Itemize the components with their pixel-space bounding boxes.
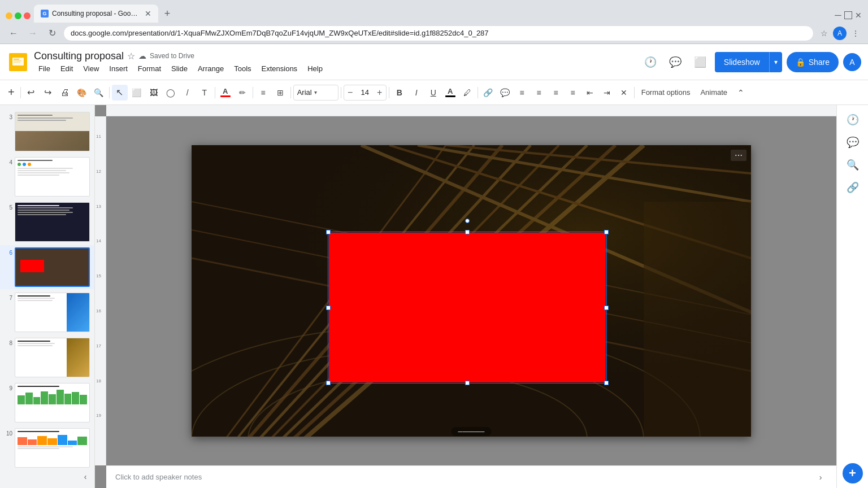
comments-panel-btn[interactable]: 💬 (843, 132, 863, 152)
print-btn[interactable]: 🖨 (57, 85, 73, 101)
paint-format-btn[interactable]: 🎨 (74, 85, 90, 101)
indent-less-btn[interactable]: ⇤ (582, 85, 598, 101)
presentation-mode-btn[interactable]: ⬜ (690, 52, 710, 72)
num-list-btn[interactable]: ≡ (531, 85, 547, 101)
slide-preview-5[interactable] (15, 202, 90, 242)
menu-item-help[interactable]: Help (303, 63, 327, 74)
app-title[interactable]: Consulting proposal (34, 50, 124, 62)
history-panel-btn[interactable]: 🕐 (843, 110, 863, 130)
red-rectangle[interactable] (329, 233, 606, 382)
address-bar[interactable]: docs.google.com/presentation/d/1-XquaFMw… (63, 25, 814, 41)
share-button[interactable]: 🔒 Share (787, 52, 839, 72)
slide-preview-6-active[interactable] (15, 247, 90, 287)
menu-item-tools[interactable]: Tools (229, 63, 255, 74)
highlight-btn[interactable]: 🖊 (459, 85, 475, 101)
shape-btn[interactable]: ◯ (163, 85, 179, 101)
undo-btn[interactable]: ↩ (23, 85, 39, 101)
history-btn[interactable]: 🕐 (640, 52, 661, 72)
slideshow-button[interactable]: Slideshow (715, 52, 769, 72)
table-btn[interactable]: ⊞ (272, 85, 288, 101)
link-btn[interactable]: 🔗 (480, 85, 496, 101)
slide-preview-7[interactable] (15, 293, 90, 332)
profile-icon[interactable]: A (833, 27, 847, 40)
slide-thumb-7[interactable]: 7 (0, 290, 94, 334)
slide-thumb-4[interactable]: 4 (0, 155, 94, 199)
forward-btn[interactable]: → (25, 25, 41, 41)
menu-item-insert[interactable]: Insert (105, 63, 132, 74)
align-btn[interactable]: ≡ (255, 85, 271, 101)
cursor-tool-btn[interactable]: ↖ (112, 85, 128, 101)
underline-btn[interactable]: U (426, 85, 441, 101)
image-btn[interactable]: 🖼 (146, 85, 162, 101)
alpha-list-btn[interactable]: ≡ (565, 85, 581, 101)
win-close-icon[interactable]: ✕ (854, 11, 862, 19)
menu-icon[interactable]: ⋮ (849, 27, 862, 40)
pen-btn[interactable]: ✏ (235, 85, 250, 101)
slide-options-btn[interactable]: ⋯ (731, 150, 747, 161)
redo-btn[interactable]: ↪ (40, 85, 56, 101)
panel-collapse-btn[interactable]: ‹ (79, 470, 92, 483)
menu-item-view[interactable]: View (79, 63, 103, 74)
star-icon[interactable]: ☆ (127, 51, 135, 62)
link-panel-btn[interactable]: 🔗 (843, 177, 863, 198)
refresh-btn[interactable]: ↻ (44, 25, 60, 41)
slide-thumb-10[interactable]: 10 (0, 426, 94, 470)
win-minimize-icon[interactable]: ─ (834, 11, 842, 19)
active-tab[interactable]: G Consulting proposal - Google Sl... ✕ (34, 5, 158, 23)
format-options-btn[interactable]: Format options (637, 85, 695, 101)
win-restore-icon[interactable] (844, 11, 852, 19)
slide-preview-4[interactable] (15, 157, 90, 197)
more-toolbar-btn[interactable]: ⌃ (733, 85, 749, 101)
slide-preview-10[interactable] (15, 428, 90, 468)
menu-item-edit[interactable]: Edit (56, 63, 77, 74)
search-panel-btn[interactable]: 🔍 (843, 155, 863, 175)
add-panel-btn[interactable]: + (843, 463, 863, 483)
slide-thumb-8[interactable]: 8 (0, 336, 94, 380)
clear-format-btn[interactable]: ✕ (616, 85, 632, 101)
font-family-selector[interactable]: Arial ▾ (293, 85, 338, 101)
line-btn[interactable]: / (180, 85, 196, 101)
bold-btn[interactable]: B (392, 85, 407, 101)
text-align-btn[interactable]: ≡ (514, 85, 530, 101)
slide-thumb-5[interactable]: 5 (0, 200, 94, 244)
slide-preview-9[interactable] (15, 383, 90, 422)
animate-btn[interactable]: Animate (696, 85, 732, 101)
notes-expand-btn[interactable]: › (814, 470, 827, 484)
slides-panel[interactable]: 3 4 (0, 105, 95, 488)
add-btn[interactable]: + (5, 85, 18, 101)
bookmark-icon[interactable]: ☆ (817, 27, 831, 40)
slide-thumb-3[interactable]: 3 (0, 110, 94, 154)
notes-area[interactable]: Click to add speaker notes › (106, 465, 836, 488)
text-btn-toolbar[interactable]: T (197, 85, 212, 101)
font-size-value[interactable]: 14 (357, 88, 374, 97)
bullet-list-btn[interactable]: ≡ (548, 85, 564, 101)
tab-close-icon[interactable]: ✕ (145, 9, 151, 18)
indent-more-btn[interactable]: ⇥ (599, 85, 615, 101)
menu-item-extensions[interactable]: Extensions (257, 63, 302, 74)
zoom-btn[interactable]: 🔍 (91, 85, 107, 101)
italic-btn[interactable]: I (409, 85, 424, 101)
minimize-btn[interactable] (6, 12, 12, 19)
menu-item-format[interactable]: Format (133, 63, 166, 74)
slide-main[interactable]: ⋯ (192, 145, 751, 437)
text-color-btn[interactable]: A (442, 85, 458, 101)
comment-inline-btn[interactable]: 💬 (497, 85, 513, 101)
fill-color-btn[interactable]: A (218, 85, 233, 101)
new-tab-btn[interactable]: + (159, 6, 175, 21)
menu-item-slide[interactable]: Slide (167, 63, 192, 74)
slide-thumb-6[interactable]: 6 (0, 245, 94, 289)
avatar[interactable]: A (843, 53, 861, 71)
back-btn[interactable]: ← (6, 25, 21, 41)
maximize-btn[interactable] (15, 12, 21, 19)
menu-item-file[interactable]: File (34, 63, 55, 74)
slideshow-dropdown-btn[interactable]: ▾ (769, 52, 782, 72)
menu-item-arrange[interactable]: Arrange (193, 63, 228, 74)
comment-btn[interactable]: 💬 (665, 52, 685, 72)
slide-preview-8[interactable] (15, 338, 90, 377)
select-tool-btn[interactable]: ⬜ (129, 85, 145, 101)
close-btn[interactable] (24, 12, 31, 19)
font-size-decrease-btn[interactable]: − (344, 85, 357, 100)
notes-placeholder[interactable]: Click to add speaker notes (115, 473, 202, 481)
font-size-increase-btn[interactable]: + (374, 85, 386, 100)
slide-thumb-9[interactable]: 9 (0, 381, 94, 425)
